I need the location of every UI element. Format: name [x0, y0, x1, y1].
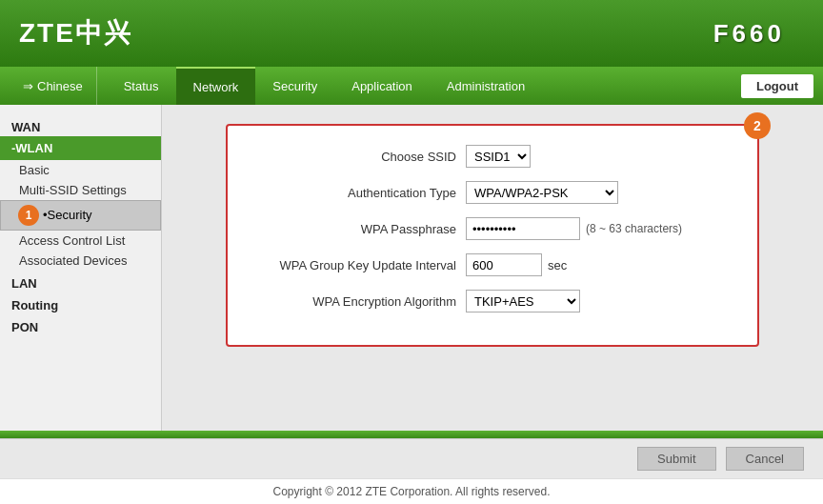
sidebar-item-routing[interactable]: Routing [0, 292, 161, 314]
tab-administration[interactable]: Administration [430, 67, 542, 105]
bottom-bar [0, 431, 823, 438]
form-box: 2 Choose SSID SSID1 SSID2 SSID3 SSID4 Au… [226, 124, 759, 347]
sidebar-item-basic[interactable]: Basic [0, 160, 161, 180]
submit-button[interactable]: Submit [637, 447, 715, 471]
header: ZTE中兴 F660 [0, 0, 823, 67]
lang-label: Chinese [37, 79, 83, 93]
logout-button[interactable]: Logout [741, 74, 813, 98]
copyright-text: Copyright © 2012 ZTE Corporation. All ri… [273, 485, 551, 498]
form-row-ssid: Choose SSID SSID1 SSID2 SSID3 SSID4 [256, 145, 729, 168]
form-row-auth: Authentication Type None WEP WPA-PSK WPA… [256, 181, 729, 204]
passphrase-hint: (8 ~ 63 characters) [586, 222, 682, 235]
sidebar-item-lan[interactable]: LAN [0, 271, 161, 292]
label-choose-ssid: Choose SSID [256, 150, 466, 164]
tab-application[interactable]: Application [334, 67, 430, 105]
cancel-button[interactable]: Cancel [726, 447, 804, 471]
sidebar-item-associated[interactable]: Associated Devices [0, 251, 161, 271]
tab-security[interactable]: Security [255, 67, 334, 105]
logo: ZTE中兴 [19, 15, 132, 51]
button-bar: Submit Cancel [0, 438, 823, 478]
label-encryption-algorithm: WPA Encryption Algorithm [256, 294, 466, 309]
footer: Copyright © 2012 ZTE Corporation. All ri… [0, 478, 823, 504]
badge-2: 2 [744, 112, 771, 139]
nav-tabs: Status Network Security Application Admi… [97, 67, 741, 105]
form-row-group-key: WPA Group Key Update Interval sec [256, 253, 729, 276]
form-row-encryption: WPA Encryption Algorithm TKIP AES TKIP+A… [256, 290, 729, 312]
tab-status[interactable]: Status [107, 67, 176, 105]
tab-network[interactable]: Network [176, 67, 256, 105]
sidebar: WAN -WLAN Basic Multi-SSID Settings 1•Se… [0, 105, 162, 431]
lang-arrow-icon: ⇒ [23, 79, 33, 93]
sidebar-item-wlan[interactable]: -WLAN [0, 136, 161, 160]
input-group-key-interval[interactable] [466, 253, 542, 276]
label-group-key-interval: WPA Group Key Update Interval [256, 258, 466, 272]
group-key-unit: sec [548, 258, 567, 272]
badge-1-icon: 1 [18, 205, 39, 226]
sidebar-item-wan[interactable]: WAN [0, 114, 161, 136]
sidebar-item-access-control[interactable]: Access Control List [0, 231, 161, 251]
select-auth-type[interactable]: None WEP WPA-PSK WPA2-PSK WPA/WPA2-PSK [466, 181, 618, 204]
input-wpa-passphrase[interactable] [466, 217, 580, 240]
content-panel: 2 Choose SSID SSID1 SSID2 SSID3 SSID4 Au… [162, 105, 823, 431]
label-auth-type: Authentication Type [256, 186, 466, 200]
nav-logout: Logout [741, 67, 813, 105]
nav-lang[interactable]: ⇒ Chinese [10, 67, 97, 105]
label-wpa-passphrase: WPA Passphrase [256, 222, 466, 236]
sidebar-item-multi-ssid[interactable]: Multi-SSID Settings [0, 180, 161, 200]
select-ssid[interactable]: SSID1 SSID2 SSID3 SSID4 [466, 145, 531, 168]
navbar: ⇒ Chinese Status Network Security Applic… [0, 67, 823, 105]
model-name: F660 [713, 19, 785, 49]
sidebar-item-security[interactable]: 1•Security [0, 200, 161, 231]
form-row-passphrase: WPA Passphrase (8 ~ 63 characters) [256, 217, 729, 240]
main-content: WAN -WLAN Basic Multi-SSID Settings 1•Se… [0, 105, 823, 431]
select-encryption-algorithm[interactable]: TKIP AES TKIP+AES [466, 290, 580, 312]
sidebar-item-pon[interactable]: PON [0, 314, 161, 336]
